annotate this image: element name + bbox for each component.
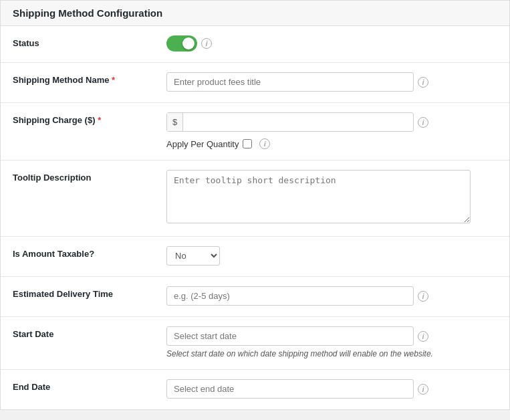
start-date-field-row: i — [166, 326, 497, 346]
estimated-delivery-time-help-icon[interactable]: i — [418, 291, 428, 302]
status-row: Status i — [1, 26, 509, 63]
estimated-delivery-time-input[interactable] — [166, 286, 414, 306]
shipping-method-name-required: * — [112, 75, 115, 85]
estimated-delivery-time-field-row: i — [166, 286, 497, 306]
is-amount-taxable-row: Is Amount Taxable? No Yes — [1, 237, 509, 277]
apply-per-quantity-row: Apply Per Quantity i — [166, 138, 497, 149]
status-toggle[interactable] — [166, 35, 197, 51]
form-table: Status i Shipping Method Name * — [1, 26, 509, 409]
shipping-method-name-label: Shipping Method Name — [13, 75, 109, 85]
end-date-input[interactable] — [166, 379, 414, 399]
estimated-delivery-time-label: Estimated Delivery Time — [1, 277, 154, 317]
shipping-charge-help-icon[interactable]: i — [418, 117, 428, 128]
shipping-charge-row: Shipping Charge ($) * $ i Apply Per Quan… — [1, 103, 509, 161]
shipping-charge-label: Shipping Charge ($) — [13, 115, 96, 125]
start-date-hint: Select start date on which date shipping… — [166, 349, 497, 358]
shipping-charge-input-group: $ — [166, 112, 414, 132]
apply-per-quantity-label: Apply Per Quantity — [166, 139, 239, 149]
tooltip-description-textarea[interactable] — [166, 170, 471, 223]
start-date-help-icon[interactable]: i — [418, 331, 428, 342]
shipping-charge-input[interactable] — [183, 113, 413, 131]
status-field-row: i — [166, 35, 497, 51]
toggle-slider — [166, 35, 197, 51]
estimated-delivery-time-row: Estimated Delivery Time i — [1, 277, 509, 317]
end-date-help-icon[interactable]: i — [418, 384, 428, 395]
is-amount-taxable-label: Is Amount Taxable? — [1, 237, 154, 277]
shipping-method-name-row: Shipping Method Name * i — [1, 63, 509, 103]
panel-title: Shipping Method Configuration — [1, 1, 509, 26]
shipping-method-name-input[interactable] — [166, 72, 414, 92]
is-amount-taxable-select[interactable]: No Yes — [166, 246, 220, 266]
apply-per-quantity-checkbox[interactable] — [243, 139, 252, 148]
shipping-charge-field-row: $ i — [166, 112, 497, 132]
tooltip-description-label: Tooltip Description — [1, 161, 154, 237]
shipping-method-name-help-icon[interactable]: i — [418, 77, 428, 88]
apply-per-quantity-help-icon[interactable]: i — [259, 138, 270, 149]
start-date-input[interactable] — [166, 326, 414, 346]
shipping-charge-required: * — [98, 115, 101, 125]
end-date-label: End Date — [1, 370, 154, 410]
shipping-method-configuration-panel: Shipping Method Configuration Status i S… — [0, 0, 510, 410]
tooltip-description-row: Tooltip Description — [1, 161, 509, 237]
status-label: Status — [1, 26, 154, 63]
end-date-field-row: i — [166, 379, 497, 399]
start-date-label: Start Date — [1, 317, 154, 370]
start-date-row: Start Date i Select start date on which … — [1, 317, 509, 370]
shipping-method-name-field-row: i — [166, 72, 497, 92]
end-date-row: End Date i — [1, 370, 509, 410]
dollar-prefix: $ — [167, 113, 183, 131]
status-help-icon[interactable]: i — [201, 38, 212, 49]
